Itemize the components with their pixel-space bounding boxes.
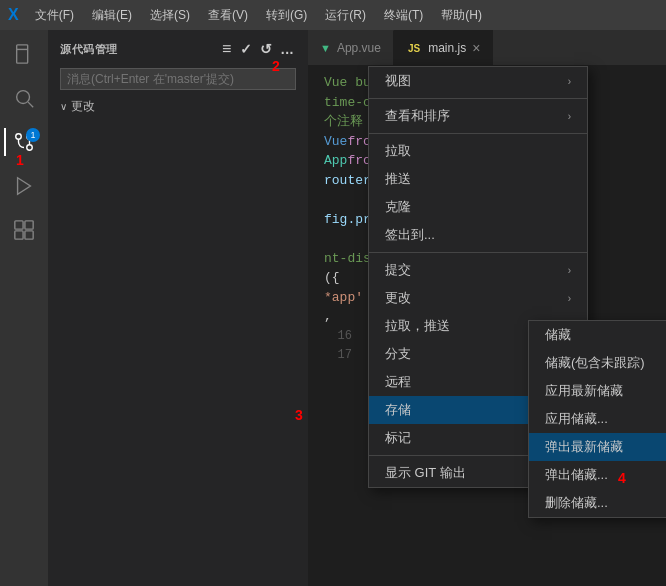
sidebar: 源代码管理 ≡ ✓ ↺ ... ∨ 更改 [48,30,308,586]
label-2: 2 [272,58,280,74]
menu-item-clone[interactable]: 克隆 [369,193,587,221]
menu-goto[interactable]: 转到(G) [258,5,315,26]
menu-item-sort-label: 查看和排序 [385,107,450,125]
menu-bar[interactable]: 文件(F) 编辑(E) 选择(S) 查看(V) 转到(G) 运行(R) 终端(T… [27,5,490,26]
stash-submenu: 储藏 储藏(包含未跟踪) 应用最新储藏 应用储藏... 弹出最新储藏 弹出储藏.… [528,320,666,518]
menu-select[interactable]: 选择(S) [142,5,198,26]
submenu-item-pop-latest-label: 弹出最新储藏 [545,438,623,456]
svg-rect-12 [25,231,33,239]
sidebar-action-refresh[interactable]: ↺ [258,39,275,59]
sidebar-title: 源代码管理 [60,42,118,57]
menu-separator-2 [369,133,587,134]
submenu-item-pop-stash[interactable]: 弹出储藏... [529,461,666,489]
submenu-item-apply-latest[interactable]: 应用最新储藏 [529,377,666,405]
menu-item-tags-label: 标记 [385,429,411,447]
sidebar-action-check[interactable]: ✓ [238,39,255,59]
submenu-item-stash-label: 储藏 [545,326,571,344]
submenu-item-pop-stash-label: 弹出储藏... [545,466,608,484]
sidebar-action-more[interactable]: ... [279,39,296,59]
submenu-item-apply-stash-label: 应用储藏... [545,410,608,428]
sidebar-action-menu[interactable]: ≡ [220,38,234,60]
svg-rect-9 [15,221,23,229]
menu-edit[interactable]: 编辑(E) [84,5,140,26]
menu-arrow-sort: › [568,111,571,122]
title-bar: X 文件(F) 编辑(E) 选择(S) 查看(V) 转到(G) 运行(R) 终端… [0,0,666,30]
submenu-item-apply-stash[interactable]: 应用储藏... [529,405,666,433]
label-3: 3 [295,407,303,423]
menu-item-commit[interactable]: 提交 › [369,256,587,284]
run-activity-icon[interactable] [4,166,44,206]
menu-item-stash-label: 存储 [385,401,411,419]
menu-item-view-label: 视图 [385,72,411,90]
svg-rect-10 [25,221,33,229]
menu-item-pull-push-label: 拉取，推送 [385,317,450,335]
svg-rect-0 [17,45,28,63]
menu-file[interactable]: 文件(F) [27,5,82,26]
menu-item-push-label: 推送 [385,170,411,188]
submenu-item-drop-stash[interactable]: 删除储藏... [529,489,666,517]
menu-item-clone-label: 克隆 [385,198,411,216]
editor-area: ▼ App.vue JS main.js × Vue build version… [308,30,666,586]
submenu-item-stash-untracked[interactable]: 储藏(包含未跟踪) [529,349,666,377]
source-control-activity-icon[interactable]: 1 [4,122,44,162]
menu-item-checkout[interactable]: 签出到... [369,221,587,249]
menu-view[interactable]: 查看(V) [200,5,256,26]
svg-line-3 [28,102,33,107]
menu-item-pull[interactable]: 拉取 [369,137,587,165]
menu-item-remote-label: 远程 [385,373,411,391]
svg-marker-8 [18,178,31,195]
menu-item-changes[interactable]: 更改 › [369,284,587,312]
submenu-item-apply-latest-label: 应用最新储藏 [545,382,623,400]
menu-arrow-commit: › [568,265,571,276]
changes-label: 更改 [71,98,95,115]
menu-item-pull-label: 拉取 [385,142,411,160]
changes-section: ∨ 更改 [48,94,308,119]
svg-point-2 [17,91,30,104]
menu-arrow-view: › [568,76,571,87]
svg-point-4 [16,134,22,140]
menu-separator-3 [369,252,587,253]
explorer-activity-icon[interactable] [4,34,44,74]
commit-input-row [48,64,308,94]
label-1: 1 [16,152,24,168]
menu-arrow-changes: › [568,293,571,304]
submenu-item-drop-stash-label: 删除储藏... [545,494,608,512]
submenu-item-stash-untracked-label: 储藏(包含未跟踪) [545,354,645,372]
app-logo: X [8,6,19,24]
changes-chevron: ∨ [60,101,67,112]
menu-item-push[interactable]: 推送 [369,165,587,193]
menu-item-sort[interactable]: 查看和排序 › [369,102,587,130]
search-activity-icon[interactable] [4,78,44,118]
menu-item-changes-label: 更改 [385,289,411,307]
context-menu-overlay: 视图 › 查看和排序 › 拉取 推送 克隆 [308,30,666,586]
submenu-item-stash[interactable]: 储藏 [529,321,666,349]
svg-rect-11 [15,231,23,239]
menu-run[interactable]: 运行(R) [317,5,374,26]
menu-separator-1 [369,98,587,99]
source-control-badge: 1 [26,128,40,142]
main-layout: 1 源代码管理 ≡ ✓ ↺ ... ∨ [0,30,666,586]
label-4: 4 [618,470,626,486]
menu-item-show-git-label: 显示 GIT 输出 [385,464,466,482]
menu-terminal[interactable]: 终端(T) [376,5,431,26]
sidebar-actions: ≡ ✓ ↺ ... [220,38,296,60]
menu-item-checkout-label: 签出到... [385,226,435,244]
activity-bar: 1 [0,30,48,586]
commit-message-input[interactable] [60,68,296,90]
extensions-activity-icon[interactable] [4,210,44,250]
menu-item-view[interactable]: 视图 › [369,67,587,95]
svg-point-5 [27,145,33,151]
menu-item-commit-label: 提交 [385,261,411,279]
menu-item-branch-label: 分支 [385,345,411,363]
sidebar-header: 源代码管理 ≡ ✓ ↺ ... [48,30,308,64]
menu-help[interactable]: 帮助(H) [433,5,490,26]
submenu-item-pop-latest[interactable]: 弹出最新储藏 [529,433,666,461]
